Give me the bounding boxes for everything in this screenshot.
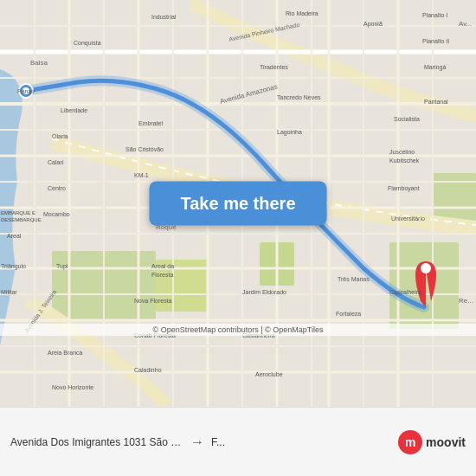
svg-text:Socialista: Socialista bbox=[394, 116, 420, 122]
origin-label: Avenida Dos Imigrantes 1031 São Sebastiã… bbox=[10, 436, 183, 448]
svg-text:Universitário: Universitário bbox=[391, 215, 425, 222]
svg-text:Balsa: Balsa bbox=[30, 59, 48, 67]
svg-text:Três Marias: Três Marias bbox=[338, 276, 370, 282]
map-container: Balsa Panair Conquista Industrial Rio Ma… bbox=[0, 0, 476, 407]
svg-text:Juscelino: Juscelino bbox=[389, 149, 415, 155]
svg-text:Nova Floresta: Nova Floresta bbox=[134, 298, 172, 304]
svg-text:Embratel: Embratel bbox=[138, 120, 163, 126]
svg-text:Calarí: Calarí bbox=[48, 159, 64, 165]
svg-text:Fortaleza: Fortaleza bbox=[336, 311, 361, 317]
svg-text:Planalto II: Planalto II bbox=[422, 38, 449, 44]
svg-text:Pantanal: Pantanal bbox=[424, 99, 448, 105]
svg-text:Militar: Militar bbox=[1, 289, 17, 295]
svg-text:Cascalheira: Cascalheira bbox=[389, 289, 421, 295]
svg-text:Caladinho: Caladinho bbox=[134, 367, 162, 373]
bottom-bar: Avenida Dos Imigrantes 1031 São Sebastiã… bbox=[0, 407, 476, 476]
svg-text:Conquista: Conquista bbox=[74, 40, 101, 47]
svg-text:Triângulo: Triângulo bbox=[1, 263, 26, 270]
svg-text:Areal da: Areal da bbox=[151, 263, 174, 269]
map-attribution: © OpenStreetMap contributors | © OpenMap… bbox=[0, 324, 476, 336]
svg-text:Flamboyant: Flamboyant bbox=[388, 185, 420, 192]
moovit-logo-text: moovit bbox=[426, 435, 466, 449]
svg-text:Tupi: Tupi bbox=[56, 263, 68, 270]
svg-text:Av...: Av... bbox=[459, 20, 472, 28]
svg-text:São Cristóvão: São Cristóvão bbox=[125, 146, 164, 152]
svg-text:EMBARQUE E: EMBARQUE E bbox=[1, 210, 35, 215]
svg-text:Panair: Panair bbox=[17, 88, 35, 94]
svg-text:Industrial: Industrial bbox=[151, 14, 177, 20]
svg-text:Aeroclube: Aeroclube bbox=[255, 371, 283, 377]
svg-text:Centro: Centro bbox=[48, 185, 66, 191]
svg-text:Jardim Eldorado: Jardim Eldorado bbox=[242, 289, 286, 295]
svg-text:Mocambo: Mocambo bbox=[43, 211, 70, 217]
take-me-there-button[interactable]: Take me there bbox=[149, 182, 326, 226]
svg-text:Novo Horizonte: Novo Horizonte bbox=[52, 384, 93, 390]
svg-text:Kubitschek: Kubitschek bbox=[389, 158, 420, 164]
svg-point-35 bbox=[421, 263, 431, 273]
svg-text:Liberdade: Liberdade bbox=[61, 107, 87, 113]
svg-text:Areia Branca: Areia Branca bbox=[48, 350, 83, 356]
route-arrow-icon: → bbox=[190, 434, 204, 450]
svg-text:DESEMBARQUE: DESEMBARQUE bbox=[1, 217, 42, 222]
svg-text:Areal: Areal bbox=[7, 233, 22, 239]
svg-text:Aponiã: Aponiã bbox=[363, 21, 383, 28]
svg-text:Planalto I: Planalto I bbox=[422, 12, 447, 18]
route-info: Avenida Dos Imigrantes 1031 São Sebastiã… bbox=[10, 434, 398, 450]
svg-text:Maringá: Maringá bbox=[424, 64, 446, 71]
moovit-logo-icon: m bbox=[398, 430, 422, 454]
svg-text:Tancredo Neves: Tancredo Neves bbox=[277, 94, 321, 100]
svg-text:Re...: Re... bbox=[459, 297, 473, 305]
svg-text:Rio Madeira: Rio Madeira bbox=[286, 10, 318, 16]
svg-text:KM-1: KM-1 bbox=[134, 172, 149, 178]
destination-label: F... bbox=[211, 436, 225, 448]
svg-text:Lagoinha: Lagoinha bbox=[277, 129, 302, 136]
moovit-logo: m moovit bbox=[398, 430, 466, 454]
svg-text:Olaria: Olaria bbox=[52, 133, 68, 139]
svg-text:Floresta: Floresta bbox=[151, 272, 173, 278]
svg-text:Tiradentes: Tiradentes bbox=[260, 64, 288, 70]
